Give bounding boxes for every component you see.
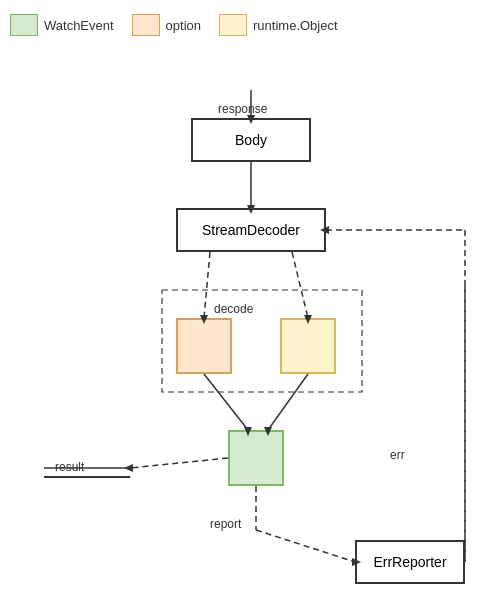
legend-box-runtime-object (219, 14, 247, 36)
svg-line-6 (292, 252, 308, 318)
label-decode: decode (214, 302, 253, 316)
svg-line-10 (268, 374, 308, 430)
label-response: response (218, 102, 267, 116)
node-streamdecoder-label: StreamDecoder (202, 222, 300, 238)
legend-label-runtime-object: runtime.Object (253, 18, 338, 33)
svg-marker-13 (124, 464, 133, 472)
node-option1 (176, 318, 232, 374)
result-underline (44, 476, 130, 478)
node-watchevent (228, 430, 284, 486)
legend-item-option: option (132, 14, 201, 36)
label-report: report (210, 517, 241, 531)
node-option2 (280, 318, 336, 374)
legend-item-runtime-object: runtime.Object (219, 14, 338, 36)
legend-label-watchevent: WatchEvent (44, 18, 114, 33)
label-result: result (55, 460, 84, 474)
svg-line-12 (130, 458, 228, 468)
svg-line-16 (256, 530, 355, 562)
svg-line-8 (204, 374, 248, 430)
node-body-label: Body (235, 132, 267, 148)
svg-line-4 (204, 252, 210, 318)
legend-box-option (132, 14, 160, 36)
legend-item-watchevent: WatchEvent (10, 14, 114, 36)
label-err: err (390, 448, 405, 462)
node-errreporter: ErrReporter (355, 540, 465, 584)
node-streamdecoder: StreamDecoder (176, 208, 326, 252)
legend: WatchEvent option runtime.Object (10, 14, 338, 36)
legend-box-watchevent (10, 14, 38, 36)
node-body: Body (191, 118, 311, 162)
node-errreporter-label: ErrReporter (373, 554, 446, 570)
diagram-container: WatchEvent option runtime.Object Body St… (0, 0, 502, 610)
legend-label-option: option (166, 18, 201, 33)
